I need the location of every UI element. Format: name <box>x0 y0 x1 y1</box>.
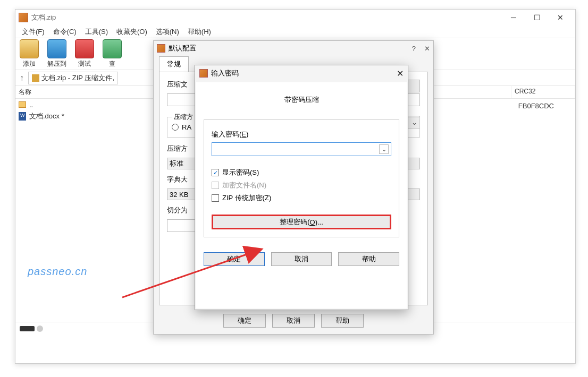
col-crc[interactable]: CRC32 <box>511 86 575 98</box>
method-value: 标准 <box>170 159 183 168</box>
organize-passwords-button[interactable]: 整理密码(O)... <box>212 215 391 229</box>
pwd-fieldset: 输入密码(E) ⌄ 显示密码(S) 加密文件名(N) ZIP 传统加密(Z) 整… <box>204 119 399 237</box>
close-button[interactable]: ✕ <box>549 10 572 25</box>
checkbox-zip-legacy[interactable]: ZIP 传统加密(Z) <box>212 193 391 203</box>
password-titlebar: 输入密码 ✕ <box>195 65 408 81</box>
status-pill-icon <box>20 326 35 331</box>
config-help-button[interactable]: 帮助 <box>321 314 364 328</box>
crc-value: FB0F8CDC <box>518 102 554 110</box>
status-disc-icon <box>37 325 43 332</box>
config-help-icon[interactable]: ? <box>412 45 416 53</box>
pwd-ok-button[interactable]: 确定 <box>204 252 265 266</box>
checkbox-icon <box>212 194 219 202</box>
pwd-body: 带密码压缩 输入密码(E) ⌄ 显示密码(S) 加密文件名(N) ZIP 传统加… <box>196 82 407 309</box>
menu-file[interactable]: 文件(F) <box>18 27 49 37</box>
checkbox-encrypt-names: 加密文件名(N) <box>212 181 391 190</box>
pwd-title: 输入密码 <box>211 68 239 78</box>
window-title: 文档.zip <box>31 13 502 22</box>
add-label: 添加 <box>23 59 36 68</box>
checkbox-icon <box>212 169 219 176</box>
menu-favorites[interactable]: 收藏夹(O) <box>112 27 152 37</box>
split-input[interactable] <box>167 219 199 232</box>
pwd-enter-label: 输入密码(E) <box>212 130 391 139</box>
minimize-button[interactable]: ─ <box>502 10 525 25</box>
chk-encrypt-label: 加密文件名(N) <box>222 181 266 190</box>
dict-value: 32 KB <box>170 191 188 199</box>
radio-rar-label: RA <box>182 123 191 131</box>
menu-command[interactable]: 命令(C) <box>49 27 81 37</box>
config-buttons: 确定 取消 帮助 <box>154 311 433 334</box>
pwd-cancel-button[interactable]: 取消 <box>271 252 332 266</box>
config-ok-button[interactable]: 确定 <box>223 314 266 328</box>
pwd-app-icon <box>199 69 208 78</box>
chk-show-label: 显示密码(S) <box>222 168 259 177</box>
view-icon <box>103 39 122 58</box>
row-file-label: 文档.docx * <box>29 112 64 121</box>
menubar: 文件(F) 命令(C) 工具(S) 收藏夹(O) 选项(N) 帮助(H) <box>15 25 575 38</box>
view-label: 查 <box>109 59 115 68</box>
titlebar: 文档.zip ─ ☐ ✕ <box>15 10 575 25</box>
menu-tools[interactable]: 工具(S) <box>81 27 112 37</box>
add-button[interactable]: 添加 <box>20 39 39 68</box>
path-text: 文档.zip - ZIP 压缩文件, <box>41 73 114 83</box>
path-box[interactable]: 文档.zip - ZIP 压缩文件, <box>28 72 118 84</box>
up-icon[interactable]: ↑ <box>20 73 24 83</box>
maximize-button[interactable]: ☐ <box>525 10 549 25</box>
app-icon <box>19 13 28 22</box>
config-title: 默认配置 <box>169 44 196 53</box>
row-up-label: .. <box>29 101 33 109</box>
format-legend: 压缩方 <box>172 113 195 122</box>
password-input[interactable]: ⌄ <box>212 142 391 156</box>
checkbox-icon <box>212 182 219 189</box>
chk-legacy-label: ZIP 传统加密(Z) <box>222 193 271 203</box>
view-button[interactable]: 查 <box>103 39 122 68</box>
docx-icon <box>19 112 26 121</box>
extract-label: 解压到 <box>47 59 66 68</box>
test-label: 测试 <box>78 59 91 68</box>
radio-icon <box>172 124 179 131</box>
pwd-close-icon[interactable]: ✕ <box>397 68 404 79</box>
test-icon <box>75 39 94 58</box>
test-button[interactable]: 测试 <box>75 39 94 68</box>
menu-options[interactable]: 选项(N) <box>152 27 183 37</box>
extract-icon <box>47 39 66 58</box>
archive-icon <box>32 74 39 82</box>
menu-help[interactable]: 帮助(H) <box>183 27 215 37</box>
add-icon <box>20 39 39 58</box>
folder-icon <box>19 101 26 108</box>
extract-button[interactable]: 解压到 <box>47 39 66 68</box>
pwd-heading: 带密码压缩 <box>204 95 399 105</box>
chevron-down-icon[interactable]: ⌄ <box>379 144 389 154</box>
watermark-text: passneo.cn <box>28 265 87 278</box>
pwd-buttons: 确定 取消 帮助 <box>204 252 399 266</box>
config-cancel-button[interactable]: 取消 <box>272 314 315 328</box>
config-titlebar: 默认配置 ? ✕ <box>154 41 433 56</box>
checkbox-show-password[interactable]: 显示密码(S) <box>212 168 391 177</box>
tab-general[interactable]: 常规 <box>159 56 189 72</box>
pwd-help-button[interactable]: 帮助 <box>338 252 399 266</box>
config-app-icon <box>157 44 165 53</box>
config-close-icon[interactable]: ✕ <box>424 45 430 53</box>
password-dialog: 输入密码 ✕ 带密码压缩 输入密码(E) ⌄ 显示密码(S) 加密文件名(N) … <box>195 65 408 310</box>
